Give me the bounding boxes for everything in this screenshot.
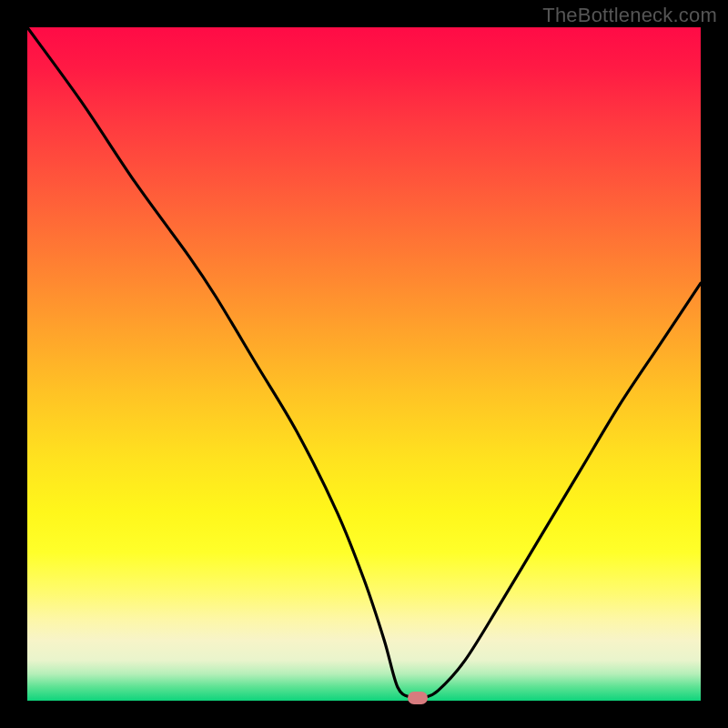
optimum-marker xyxy=(408,692,428,704)
bottleneck-curve xyxy=(27,27,701,701)
curve-path xyxy=(27,27,701,698)
plot-area xyxy=(27,27,701,701)
chart-frame: TheBottleneck.com xyxy=(0,0,728,728)
watermark-text: TheBottleneck.com xyxy=(542,4,717,27)
